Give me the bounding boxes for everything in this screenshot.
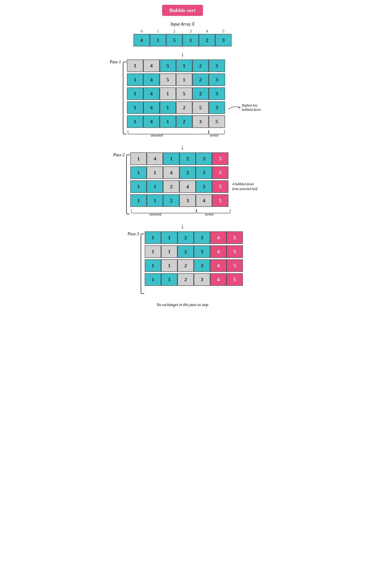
- pass2-labels: unsorted sorted: [130, 208, 228, 218]
- input-label: Input Array X: [170, 22, 195, 27]
- arrow-2: ↓: [181, 144, 184, 151]
- pass3-label: Pass 3: [127, 231, 139, 236]
- p3r2c3: 3: [194, 245, 210, 258]
- p1r3c0: 1: [127, 87, 143, 100]
- p1r5c2: 1: [160, 115, 176, 128]
- p1r1c0: 1: [127, 59, 143, 72]
- index-1: 1: [150, 29, 166, 33]
- p3r4c3: 3: [194, 273, 210, 286]
- p2r1c5: 5: [212, 152, 228, 165]
- p1r4c2: 1: [160, 101, 176, 114]
- index-4: 4: [199, 29, 215, 33]
- pass3-rows: 1 1 2 3 4 5 1 1 2 3 4 5 1 1 2 3: [145, 231, 243, 286]
- p1r5c4: 3: [192, 115, 209, 128]
- p3r2c0: 1: [145, 245, 161, 258]
- input-array-section: 0 1 2 3 4 5 4 1 5 1 2 3: [133, 29, 232, 46]
- p3r1c2: 2: [177, 231, 194, 244]
- p1r2c3: 1: [176, 73, 192, 86]
- pass1-row-5: 1 4 1 2 3 5: [127, 115, 261, 128]
- p1r3c5: 3: [209, 87, 225, 100]
- p2r3c2: 2: [163, 180, 179, 193]
- p3r2c1: 1: [161, 245, 177, 258]
- pass3-row-1: 1 1 2 3 4 5: [145, 231, 243, 244]
- p2r4c0: 1: [130, 194, 147, 207]
- p3r1c3: 3: [194, 231, 210, 244]
- pass1-row-1: 1 4 5 1 2 3: [127, 59, 261, 72]
- p2r4c5: 5: [212, 194, 228, 207]
- pass2-note: 4 bubbled downfrom unsorted half: [232, 182, 257, 191]
- cell-2: 5: [166, 34, 182, 46]
- p2r3c3: 4: [179, 180, 196, 193]
- index-0: 0: [133, 29, 150, 33]
- p1r4c5: 3: [209, 101, 225, 114]
- p2r1c0: 1: [130, 152, 147, 165]
- p2r3c4: 3: [196, 180, 212, 193]
- pass1-section: Pass 1 1 4 5 1 2 3 1 4 5 1 2 3: [104, 59, 261, 139]
- p1r1c2: 5: [160, 59, 176, 72]
- pass1-unsorted-label: unsorted: [151, 134, 163, 138]
- cell-0: 4: [133, 34, 150, 46]
- p1r4c4: 5: [192, 101, 209, 114]
- p1r2c2: 5: [160, 73, 176, 86]
- bottom-note: No exchanges in this pass so stop: [157, 303, 208, 307]
- p2r4c2: 2: [163, 194, 179, 207]
- p2r4c1: 1: [147, 194, 163, 207]
- input-array-row: 4 1 5 1 2 3: [133, 34, 232, 46]
- p2r2c5: 5: [212, 166, 228, 179]
- p1r2c1: 4: [143, 73, 160, 86]
- cell-3: 1: [182, 34, 199, 46]
- p3r3c1: 1: [161, 259, 177, 272]
- pass1-labels: unsorted sorted: [127, 129, 225, 139]
- p2r2c1: 1: [147, 166, 163, 179]
- p2r4c4: 4: [196, 194, 212, 207]
- p1r5c3: 2: [176, 115, 192, 128]
- pass1-arrow-svg: [227, 104, 242, 111]
- pass1-row-4-wrapper: 1 4 1 2 5 3 Highest keybubbled down: [127, 101, 261, 114]
- p1r1c4: 2: [192, 59, 209, 72]
- p3r3c5: 5: [226, 259, 243, 272]
- p1r2c4: 2: [192, 73, 209, 86]
- cell-5: 3: [215, 34, 232, 46]
- p3r1c4: 4: [210, 231, 226, 244]
- p3r2c5: 5: [226, 245, 243, 258]
- index-2: 2: [166, 29, 182, 33]
- p3r4c0: 1: [145, 273, 161, 286]
- p1r1c1: 4: [143, 59, 160, 72]
- pass1-bracket: [122, 59, 127, 137]
- pass2-row-1: 1 4 1 2 3 5: [130, 152, 257, 165]
- p2r1c1: 4: [147, 152, 163, 165]
- pass1-sorted-label: sorted: [210, 134, 218, 138]
- svg-marker-0: [239, 107, 241, 108]
- pass1-unsorted-bracket: [127, 129, 210, 136]
- pass2-sorted-bracket: [196, 208, 231, 215]
- p3r3c2: 2: [177, 259, 194, 272]
- pass1-rows: 1 4 5 1 2 3 1 4 5 1 2 3 1 4 1 5: [127, 59, 261, 139]
- p2r1c3: 2: [179, 152, 196, 165]
- pass2-unsorted-bracket: [130, 208, 197, 215]
- pass2-label: Pass 2: [113, 152, 125, 158]
- arrow-3: ↓: [181, 223, 184, 229]
- pass1-row-4: 1 4 1 2 5 3: [127, 101, 225, 114]
- pass3-section: Pass 3 1 1 2 3 4 5 1 1 2 3 4 5: [122, 231, 243, 296]
- cell-4: 2: [199, 34, 215, 46]
- pass3-row-3: 1 1 2 3 4 5: [145, 259, 243, 272]
- p2r4c3: 3: [179, 194, 196, 207]
- p3r3c0: 1: [145, 259, 161, 272]
- p2r2c2: 4: [163, 166, 179, 179]
- p1r5c1: 4: [143, 115, 160, 128]
- p2r1c4: 3: [196, 152, 212, 165]
- pass3-bracket: [140, 231, 145, 296]
- pass2-section: Pass 2 1 4 1 2 3 5 1 1 4 2 3 5: [108, 152, 257, 218]
- p1r4c3: 2: [176, 101, 192, 114]
- p1r5c0: 1: [127, 115, 143, 128]
- p3r4c4: 4: [210, 273, 226, 286]
- p1r4c0: 1: [127, 101, 143, 114]
- pass1-note: Highest keybubbled down: [242, 103, 261, 112]
- p3r1c5: 5: [226, 231, 243, 244]
- p1r4c1: 4: [143, 101, 160, 114]
- pass2-row-3-wrapper: 1 1 2 4 3 5 4 bubbled downfrom unsorted …: [130, 180, 257, 193]
- pass3-row-4: 1 1 2 3 4 5: [145, 273, 243, 286]
- p2r1c2: 1: [163, 152, 179, 165]
- p3r3c4: 4: [210, 259, 226, 272]
- pass2-sorted-label: sorted: [205, 213, 213, 217]
